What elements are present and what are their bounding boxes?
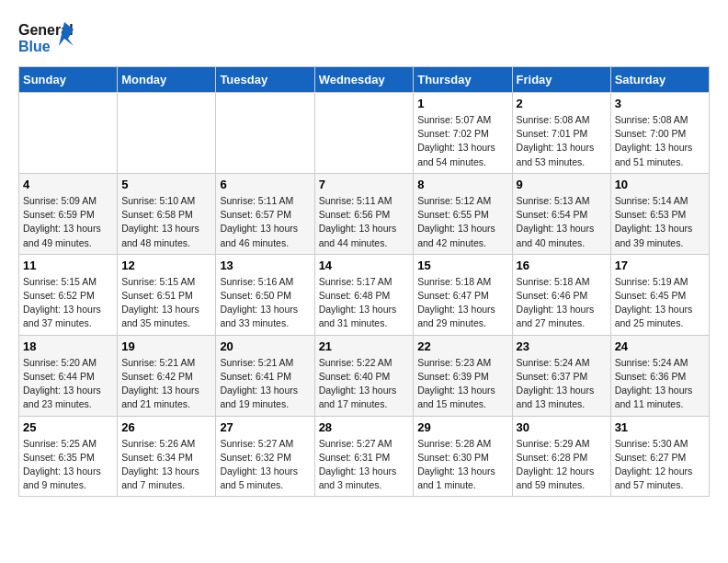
day-info: Sunrise: 5:16 AM Sunset: 6:50 PM Dayligh… [220,275,310,331]
day-number: 30 [517,420,607,434]
day-info: Sunrise: 5:07 AM Sunset: 7:02 PM Dayligh… [417,113,507,169]
day-info: Sunrise: 5:21 AM Sunset: 6:41 PM Dayligh… [220,356,310,412]
day-info: Sunrise: 5:23 AM Sunset: 6:39 PM Dayligh… [417,356,507,412]
calendar-cell: 14Sunrise: 5:17 AM Sunset: 6:48 PM Dayli… [314,254,414,335]
calendar-cell: 17Sunrise: 5:19 AM Sunset: 6:45 PM Dayli… [610,254,709,335]
day-number: 8 [417,178,507,191]
calendar-cell: 30Sunrise: 5:29 AM Sunset: 6:28 PM Dayli… [512,416,610,497]
day-info: Sunrise: 5:28 AM Sunset: 6:30 PM Dayligh… [417,437,507,493]
day-number: 29 [417,420,507,434]
day-info: Sunrise: 5:14 AM Sunset: 6:53 PM Dayligh… [615,194,705,250]
day-number: 16 [517,259,607,272]
calendar-cell: 8Sunrise: 5:12 AM Sunset: 6:55 PM Daylig… [414,173,512,254]
day-number: 4 [23,178,113,191]
calendar-cell: 31Sunrise: 5:30 AM Sunset: 6:27 PM Dayli… [610,416,709,497]
day-header-friday: Friday [512,67,610,93]
day-number: 20 [220,339,310,353]
day-number: 24 [615,339,705,353]
calendar-cell: 27Sunrise: 5:27 AM Sunset: 6:32 PM Dayli… [216,416,314,497]
day-info: Sunrise: 5:27 AM Sunset: 6:32 PM Dayligh… [220,437,310,493]
svg-text:Blue: Blue [18,39,51,54]
day-info: Sunrise: 5:20 AM Sunset: 6:44 PM Dayligh… [23,356,113,412]
day-number: 7 [319,178,410,191]
calendar-cell: 5Sunrise: 5:10 AM Sunset: 6:58 PM Daylig… [118,173,216,254]
day-number: 12 [121,259,211,272]
day-info: Sunrise: 5:21 AM Sunset: 6:42 PM Dayligh… [121,356,211,412]
calendar-cell [118,93,216,174]
day-info: Sunrise: 5:27 AM Sunset: 6:31 PM Dayligh… [319,437,410,493]
day-info: Sunrise: 5:25 AM Sunset: 6:35 PM Dayligh… [23,437,113,493]
week-row-4: 18Sunrise: 5:20 AM Sunset: 6:44 PM Dayli… [19,335,710,416]
day-number: 31 [615,420,705,434]
calendar-cell: 20Sunrise: 5:21 AM Sunset: 6:41 PM Dayli… [216,335,314,416]
day-info: Sunrise: 5:12 AM Sunset: 6:55 PM Dayligh… [417,194,507,250]
week-row-3: 11Sunrise: 5:15 AM Sunset: 6:52 PM Dayli… [19,254,710,335]
day-info: Sunrise: 5:13 AM Sunset: 6:54 PM Dayligh… [517,194,607,250]
week-row-2: 4Sunrise: 5:09 AM Sunset: 6:59 PM Daylig… [19,173,710,254]
calendar-header-row: SundayMondayTuesdayWednesdayThursdayFrid… [19,67,710,93]
day-header-wednesday: Wednesday [314,67,414,93]
day-info: Sunrise: 5:09 AM Sunset: 6:59 PM Dayligh… [23,194,113,250]
day-number: 26 [121,420,211,434]
day-header-monday: Monday [118,67,216,93]
day-number: 2 [517,97,607,110]
day-number: 11 [23,259,113,272]
day-number: 25 [23,420,113,434]
day-info: Sunrise: 5:22 AM Sunset: 6:40 PM Dayligh… [319,356,410,412]
day-info: Sunrise: 5:26 AM Sunset: 6:34 PM Dayligh… [121,437,211,493]
calendar-cell: 2Sunrise: 5:08 AM Sunset: 7:01 PM Daylig… [512,93,610,174]
day-info: Sunrise: 5:08 AM Sunset: 7:00 PM Dayligh… [615,113,705,169]
day-info: Sunrise: 5:15 AM Sunset: 6:52 PM Dayligh… [23,275,113,331]
day-number: 9 [517,178,607,191]
calendar-cell: 28Sunrise: 5:27 AM Sunset: 6:31 PM Dayli… [314,416,414,497]
calendar-cell: 12Sunrise: 5:15 AM Sunset: 6:51 PM Dayli… [118,254,216,335]
day-number: 13 [220,259,310,272]
page-header: GeneralBlue [18,18,710,57]
day-number: 21 [319,339,410,353]
day-number: 15 [417,259,507,272]
calendar-cell: 24Sunrise: 5:24 AM Sunset: 6:36 PM Dayli… [610,335,709,416]
calendar-cell: 11Sunrise: 5:15 AM Sunset: 6:52 PM Dayli… [19,254,118,335]
calendar-cell: 16Sunrise: 5:18 AM Sunset: 6:46 PM Dayli… [512,254,610,335]
day-number: 27 [220,420,310,434]
logo-icon: GeneralBlue [18,18,74,57]
calendar-cell: 13Sunrise: 5:16 AM Sunset: 6:50 PM Dayli… [216,254,314,335]
calendar-cell: 26Sunrise: 5:26 AM Sunset: 6:34 PM Dayli… [118,416,216,497]
day-info: Sunrise: 5:30 AM Sunset: 6:27 PM Dayligh… [615,437,705,493]
calendar-cell: 10Sunrise: 5:14 AM Sunset: 6:53 PM Dayli… [610,173,709,254]
day-info: Sunrise: 5:11 AM Sunset: 6:57 PM Dayligh… [220,194,310,250]
calendar-cell: 23Sunrise: 5:24 AM Sunset: 6:37 PM Dayli… [512,335,610,416]
calendar-cell: 18Sunrise: 5:20 AM Sunset: 6:44 PM Dayli… [19,335,118,416]
calendar-cell: 4Sunrise: 5:09 AM Sunset: 6:59 PM Daylig… [19,173,118,254]
day-info: Sunrise: 5:19 AM Sunset: 6:45 PM Dayligh… [615,275,705,331]
week-row-5: 25Sunrise: 5:25 AM Sunset: 6:35 PM Dayli… [19,416,710,497]
day-number: 10 [615,178,705,191]
calendar-cell: 25Sunrise: 5:25 AM Sunset: 6:35 PM Dayli… [19,416,118,497]
day-info: Sunrise: 5:11 AM Sunset: 6:56 PM Dayligh… [319,194,410,250]
day-number: 1 [417,97,507,110]
calendar-cell: 29Sunrise: 5:28 AM Sunset: 6:30 PM Dayli… [414,416,512,497]
calendar-cell: 21Sunrise: 5:22 AM Sunset: 6:40 PM Dayli… [314,335,414,416]
logo: GeneralBlue [18,18,74,57]
day-number: 17 [615,259,705,272]
day-info: Sunrise: 5:18 AM Sunset: 6:47 PM Dayligh… [417,275,507,331]
calendar-cell: 7Sunrise: 5:11 AM Sunset: 6:56 PM Daylig… [314,173,414,254]
day-number: 14 [319,259,410,272]
day-number: 5 [121,178,211,191]
day-info: Sunrise: 5:18 AM Sunset: 6:46 PM Dayligh… [517,275,607,331]
calendar-cell: 19Sunrise: 5:21 AM Sunset: 6:42 PM Dayli… [118,335,216,416]
calendar-table: SundayMondayTuesdayWednesdayThursdayFrid… [18,66,710,497]
day-number: 23 [517,339,607,353]
week-row-1: 1Sunrise: 5:07 AM Sunset: 7:02 PM Daylig… [19,93,710,174]
day-number: 22 [417,339,507,353]
day-number: 3 [615,97,705,110]
day-header-thursday: Thursday [414,67,512,93]
day-number: 18 [23,339,113,353]
day-info: Sunrise: 5:29 AM Sunset: 6:28 PM Dayligh… [517,437,607,493]
day-number: 28 [319,420,410,434]
day-info: Sunrise: 5:24 AM Sunset: 6:37 PM Dayligh… [517,356,607,412]
calendar-cell: 15Sunrise: 5:18 AM Sunset: 6:47 PM Dayli… [414,254,512,335]
calendar-cell: 3Sunrise: 5:08 AM Sunset: 7:00 PM Daylig… [610,93,709,174]
day-info: Sunrise: 5:17 AM Sunset: 6:48 PM Dayligh… [319,275,410,331]
day-number: 19 [121,339,211,353]
